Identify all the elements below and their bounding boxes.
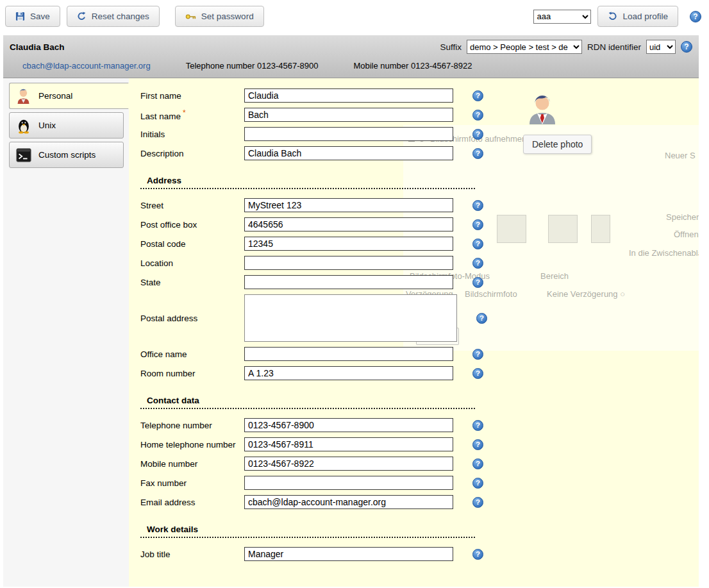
section-title-contact-data: Contact data (140, 394, 475, 409)
first-name-input[interactable] (244, 88, 453, 103)
form-row-initials: Initials? (140, 127, 499, 141)
rdn-select[interactable]: uid (646, 40, 676, 54)
load-profile-button[interactable]: Load profile (597, 6, 678, 27)
account-header: Claudia Bach Suffix demo > People > test… (3, 35, 699, 78)
mobile-number-help-icon[interactable]: ? (472, 458, 483, 469)
form-row-location: Location? (140, 256, 499, 270)
form-row-postal-address: Postal address? (140, 294, 499, 342)
state-input[interactable] (244, 275, 453, 289)
tab-personal[interactable]: Personal (9, 83, 129, 109)
initials-help-icon[interactable]: ? (472, 129, 483, 140)
street-input[interactable] (244, 198, 453, 212)
key-icon (185, 13, 196, 21)
tab-label: Personal (38, 91, 72, 101)
ghost-box (497, 215, 526, 243)
profile-select[interactable]: aaa (533, 10, 591, 24)
office-name-input[interactable] (244, 347, 453, 361)
form-row-postal-code: Postal code? (140, 237, 499, 251)
state-help-icon[interactable]: ? (472, 277, 483, 288)
telephone-number-help-icon[interactable]: ? (472, 420, 483, 431)
save-button-label: Save (30, 12, 50, 21)
form-row-mobile-number: Mobile number? (140, 457, 499, 471)
form-row-first-name: First name? (140, 88, 499, 103)
postal-code-label: Postal code (140, 239, 244, 249)
form-row-room-number: Room number? (140, 366, 499, 380)
mobile-summary: Mobile number 0123-4567-8922 (353, 61, 472, 71)
initials-label: Initials (140, 130, 244, 139)
location-label: Location (140, 258, 244, 268)
room-number-input[interactable] (244, 366, 453, 380)
load-profile-icon (608, 12, 617, 21)
postal-address-label: Postal address (140, 314, 244, 323)
initials-input[interactable] (244, 127, 453, 141)
room-number-label: Room number (140, 369, 244, 378)
section-title-work-details: Work details (140, 523, 475, 538)
description-input[interactable] (244, 146, 453, 160)
location-help-icon[interactable]: ? (472, 258, 483, 269)
first-name-help-icon[interactable]: ? (472, 90, 483, 101)
suffix-label: Suffix (440, 42, 462, 52)
personal-form: First name?Last name*?Initials?Descripti… (140, 88, 499, 561)
email-address-input[interactable] (244, 495, 453, 509)
ghost-box (591, 215, 610, 243)
form-row-fax-number: Fax number? (140, 476, 499, 490)
home-telephone-number-label: Home telephone number (140, 440, 244, 449)
postal-code-input[interactable] (244, 237, 453, 251)
tab-label: Custom scripts (38, 150, 96, 160)
last-name-help-icon[interactable]: ? (472, 110, 483, 121)
postal-code-help-icon[interactable]: ? (472, 239, 483, 249)
home-telephone-number-help-icon[interactable]: ? (472, 439, 483, 450)
ghost-text: Öffnen (674, 230, 699, 239)
post-office-box-label: Post office box (140, 220, 244, 230)
post-office-box-help-icon[interactable]: ? (472, 219, 483, 230)
save-button[interactable]: Save (5, 6, 60, 27)
toolbar-help-icon[interactable]: ? (690, 11, 701, 22)
tux-icon (15, 117, 32, 134)
set-password-button[interactable]: Set password (175, 6, 264, 27)
form-row-office-name: Office name? (140, 347, 499, 361)
postal-address-help-icon[interactable]: ? (476, 313, 487, 324)
form-row-email-address: Email address? (140, 495, 499, 509)
mobile-number-label: Mobile number (140, 459, 244, 469)
location-input[interactable] (244, 256, 453, 270)
toolbar: Save Reset changes Set password aaa Load… (0, 0, 709, 33)
street-label: Street (140, 201, 244, 210)
street-help-icon[interactable]: ? (472, 200, 483, 211)
mobile-number-input[interactable] (244, 457, 453, 471)
description-help-icon[interactable]: ? (472, 148, 483, 159)
account-panel: Claudia Bach Suffix demo > People > test… (3, 35, 699, 587)
ghost-text: In die Zwischenablage (629, 248, 699, 258)
suffix-select[interactable]: demo > People > test > de (467, 40, 582, 54)
job-title-help-icon[interactable]: ? (472, 549, 483, 560)
form-row-last-name: Last name*? (140, 108, 499, 122)
room-number-help-icon[interactable]: ? (472, 368, 483, 379)
ghost-text: Bereich (540, 271, 569, 281)
fax-number-label: Fax number (140, 478, 244, 488)
office-name-help-icon[interactable]: ? (472, 349, 483, 360)
last-name-label: Last name* (140, 108, 244, 121)
job-title-input[interactable] (244, 547, 453, 561)
first-name-label: First name (140, 91, 244, 101)
postal-address-input[interactable] (244, 294, 457, 342)
user-icon (15, 87, 32, 105)
tab-unix[interactable]: Unix (9, 112, 124, 139)
tab-custom-scripts[interactable]: Custom scripts (9, 142, 124, 168)
header-help-icon[interactable]: ? (681, 41, 692, 53)
email-address-label: Email address (140, 498, 244, 507)
email-address-help-icon[interactable]: ? (472, 497, 483, 508)
telephone-number-input[interactable] (244, 418, 453, 432)
last-name-input[interactable] (244, 108, 453, 122)
post-office-box-input[interactable] (244, 217, 453, 231)
reset-changes-button[interactable]: Reset changes (67, 6, 160, 27)
fax-number-input[interactable] (244, 476, 453, 490)
telephone-summary: Telephone number 0123-4567-8900 (186, 61, 319, 71)
form-row-description: Description? (140, 146, 499, 160)
email-link[interactable]: cbach@ldap-account-manager.org (22, 61, 151, 71)
save-icon (15, 12, 25, 21)
fax-number-help-icon[interactable]: ? (472, 478, 483, 489)
tab-label: Unix (38, 121, 56, 130)
user-photo (527, 92, 558, 126)
home-telephone-number-input[interactable] (244, 437, 453, 451)
delete-photo-button[interactable]: Delete photo (523, 135, 592, 154)
set-password-label: Set password (201, 12, 254, 21)
